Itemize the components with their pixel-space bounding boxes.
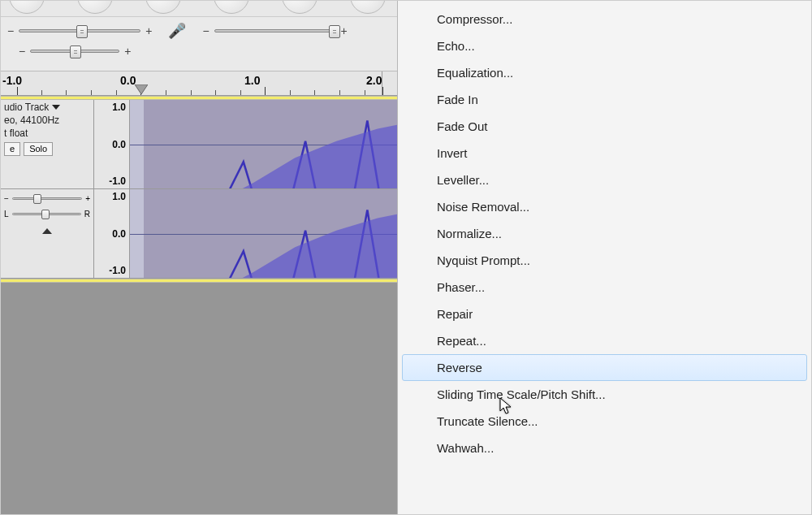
ruler-label: 1.0 bbox=[244, 74, 260, 87]
plus-icon: + bbox=[124, 45, 131, 58]
collapse-track-button[interactable] bbox=[42, 228, 52, 234]
menu-item-noise-removal[interactable]: Noise Removal... bbox=[402, 193, 807, 220]
knob[interactable] bbox=[350, 1, 386, 14]
amplitude-scale: 1.0 0.0 -1.0 bbox=[94, 100, 130, 188]
track-info-line: t float bbox=[4, 128, 90, 139]
track-control-panel-lower: − + L R bbox=[1, 189, 94, 278]
mute-button[interactable]: e bbox=[4, 142, 20, 156]
menu-item-repair[interactable]: Repair bbox=[402, 301, 807, 327]
menu-item-invert[interactable]: Invert bbox=[402, 140, 807, 167]
scale-label: 1.0 bbox=[112, 102, 126, 113]
knob[interactable] bbox=[9, 1, 45, 14]
scale-label: 0.0 bbox=[112, 139, 126, 150]
menu-item-nyquist-prompt[interactable]: Nyquist Prompt... bbox=[402, 247, 807, 274]
menu-item-fade-in[interactable]: Fade In bbox=[402, 86, 807, 113]
menu-item-repeat[interactable]: Repeat... bbox=[402, 327, 807, 354]
knob[interactable] bbox=[282, 1, 317, 14]
menu-item-equalization[interactable]: Equalization... bbox=[402, 59, 807, 86]
menu-item-phaser[interactable]: Phaser... bbox=[402, 274, 807, 301]
scale-label: 1.0 bbox=[112, 191, 126, 202]
menu-item-wahwah[interactable]: Wahwah... bbox=[402, 435, 807, 461]
menu-item-echo[interactable]: Echo... bbox=[402, 32, 807, 59]
minus-icon: − bbox=[7, 24, 14, 37]
secondary-slider[interactable]: − + bbox=[19, 45, 131, 58]
menu-item-reverse[interactable]: Reverse bbox=[402, 354, 807, 381]
track-title-label: udio Track bbox=[4, 102, 49, 113]
knob[interactable] bbox=[145, 1, 181, 14]
scale-label: -1.0 bbox=[109, 175, 126, 187]
amplitude-scale: 1.0 0.0 -1.0 bbox=[94, 189, 130, 278]
playhead-icon[interactable] bbox=[135, 84, 148, 96]
track-control-panel: udio Track eo, 44100Hz t float e Solo bbox=[1, 100, 94, 188]
scale-label: -1.0 bbox=[109, 265, 126, 276]
minus-icon: − bbox=[202, 24, 209, 37]
effects-context-menu: Compressor...Echo...Equalization...Fade … bbox=[397, 1, 811, 515]
plus-icon: + bbox=[341, 24, 348, 37]
pan-slider[interactable]: L R bbox=[4, 210, 90, 219]
minus-icon: − bbox=[19, 45, 25, 58]
ruler-label: 0.0 bbox=[120, 74, 136, 87]
track-info-line: eo, 44100Hz bbox=[4, 115, 90, 126]
knob[interactable] bbox=[77, 1, 113, 14]
menu-item-truncate-silence[interactable]: Truncate Silence... bbox=[402, 408, 807, 435]
menu-item-fade-out[interactable]: Fade Out bbox=[402, 113, 807, 140]
menu-item-normalize[interactable]: Normalize... bbox=[402, 220, 807, 247]
chevron-down-icon bbox=[52, 105, 60, 110]
track-menu-button[interactable]: udio Track bbox=[4, 102, 90, 113]
minus-icon: − bbox=[4, 194, 9, 203]
menu-item-compressor[interactable]: Compressor... bbox=[402, 6, 807, 32]
ruler-label: -1.0 bbox=[2, 74, 22, 87]
pan-right-label: R bbox=[84, 210, 90, 219]
menu-item-leveller[interactable]: Leveller... bbox=[402, 167, 807, 193]
gain-slider[interactable]: − + bbox=[4, 194, 90, 203]
scale-label: 0.0 bbox=[112, 228, 126, 240]
recording-volume-slider[interactable]: − + bbox=[202, 24, 347, 37]
microphone-icon: 🎤 bbox=[168, 22, 186, 40]
knob[interactable] bbox=[214, 1, 249, 14]
plus-icon: + bbox=[145, 24, 152, 37]
pan-left-label: L bbox=[4, 210, 9, 219]
app-window: − + 🎤 − + − + -1.0 0.0 1.0 2.0 bbox=[0, 0, 812, 515]
plus-icon: + bbox=[85, 194, 90, 203]
ruler-label: 2.0 bbox=[366, 74, 382, 87]
playback-volume-slider[interactable]: − + bbox=[7, 24, 152, 37]
svg-marker-0 bbox=[135, 84, 148, 94]
menu-item-sliding-time-scale-pitch-shift[interactable]: Sliding Time Scale/Pitch Shift... bbox=[402, 381, 807, 408]
solo-button[interactable]: Solo bbox=[24, 142, 53, 156]
